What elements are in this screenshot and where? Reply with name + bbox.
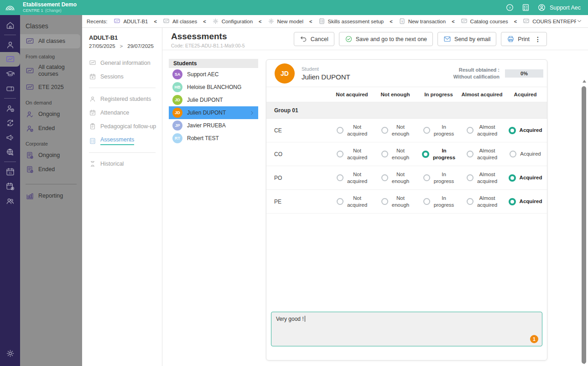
sidebar-item-all-classes[interactable]: All classes — [20, 34, 80, 48]
scrollbar-down-arrow[interactable] — [583, 361, 586, 364]
nav-item-grad-cap-icon[interactable] — [0, 67, 20, 81]
student-row[interactable]: JPJavier PRUEBA — [169, 119, 258, 132]
sidebar-item-ended[interactable]: Ended — [20, 162, 82, 177]
radio-button[interactable] — [423, 198, 430, 205]
recent-item[interactable]: $New transaction — [399, 18, 446, 25]
scrollbar-up-arrow[interactable] — [583, 80, 586, 83]
radio-button[interactable] — [509, 127, 516, 134]
radio-button[interactable] — [337, 198, 343, 205]
radio-option[interactable]: Inprogress — [417, 147, 460, 161]
radio-option[interactable]: Notenough — [374, 124, 417, 137]
nav-item-globe-cursor-icon[interactable] — [0, 145, 20, 159]
student-row[interactable]: JDJulie DUPONT — [169, 94, 258, 106]
radio-option[interactable]: Acquired — [504, 151, 547, 157]
radio-option[interactable]: Notacquired — [330, 124, 374, 137]
radio-button[interactable] — [337, 127, 343, 134]
nav-item-home-icon[interactable] — [0, 18, 20, 32]
radio-button[interactable] — [422, 151, 429, 158]
nav-item-ticket-icon[interactable] — [0, 81, 20, 96]
nav-bottom — [0, 346, 20, 361]
recent-item[interactable]: New model — [268, 18, 304, 25]
radio-option[interactable]: Notacquired — [330, 195, 374, 209]
radio-button[interactable] — [381, 151, 388, 157]
recent-item[interactable]: Skills assessment setup — [318, 18, 384, 25]
radio-option[interactable]: Almostacquired — [460, 147, 504, 161]
question-circle-icon[interactable]: ? — [505, 3, 514, 12]
app-logo[interactable] — [0, 2, 20, 13]
nav-item-calendar-gear-icon[interactable] — [0, 179, 20, 193]
print-button[interactable]: Print⋮ — [501, 32, 547, 46]
send-by-email-button[interactable]: Send by email — [437, 32, 496, 46]
radio-option[interactable]: Inprogress — [417, 195, 460, 209]
radio-button[interactable] — [381, 174, 388, 181]
radio-option[interactable]: Inprogress — [417, 171, 460, 185]
nav-item-megaphone-icon[interactable] — [0, 130, 20, 145]
sidebar-item-all-catalog-courses[interactable]: All catalog courses — [20, 61, 82, 80]
radio-button[interactable] — [467, 174, 474, 181]
course-menu-item-registered-students[interactable]: Registered students — [89, 92, 162, 106]
radio-option[interactable]: Notenough — [374, 195, 417, 209]
radio-option[interactable]: Almostacquired — [460, 171, 504, 185]
radio-option[interactable]: Notacquired — [330, 147, 374, 161]
course-menu-item-historical[interactable]: Historical — [89, 157, 162, 171]
course-menu-item-general-information[interactable]: General information — [89, 56, 162, 70]
radio-button[interactable] — [381, 198, 388, 205]
scrollbar-thumb[interactable] — [582, 86, 586, 364]
radio-option[interactable]: Notacquired — [330, 171, 374, 185]
recents-expand-button[interactable] — [576, 18, 583, 25]
course-menu-item-assessments[interactable]: Assessments — [89, 133, 162, 148]
radio-button[interactable] — [337, 151, 343, 157]
sidebar-item-ete-2025[interactable]: ETE 2025 — [20, 80, 82, 94]
radio-button[interactable] — [467, 151, 474, 157]
radio-button[interactable] — [510, 151, 516, 157]
course-menu-item-pedagogical-follow-up[interactable]: Pedagogical follow-up — [89, 120, 162, 133]
classes-divider — [26, 184, 77, 184]
radio-button[interactable] — [509, 174, 516, 182]
student-row[interactable]: RTRobert TEST — [169, 132, 258, 145]
nav-item-chart-board-icon[interactable] — [0, 52, 20, 67]
radio-option[interactable]: Acquired — [504, 174, 547, 182]
sidebar-item-ongoing[interactable]: Ongoing — [20, 148, 82, 162]
radio-button[interactable] — [509, 198, 516, 205]
radio-option[interactable]: Notenough — [374, 147, 417, 161]
recent-item[interactable]: All classes — [163, 18, 197, 25]
doc-dollar-icon: $ — [399, 18, 406, 25]
nav-item-calendar-31-icon[interactable]: 31 — [0, 164, 20, 179]
course-menu-item-sessions[interactable]: Sessions — [89, 70, 162, 84]
change-center-link[interactable]: (Change) — [45, 8, 61, 13]
radio-button[interactable] — [381, 127, 388, 134]
recent-item[interactable]: COURS ENTREPRISE TEST — [523, 18, 576, 25]
radio-button[interactable] — [423, 127, 430, 134]
radio-option[interactable]: Acquired — [504, 198, 547, 205]
recent-item[interactable]: Catalog courses — [461, 18, 508, 25]
more-options-icon[interactable]: ⋮ — [535, 36, 541, 43]
nav-item-gear-icon[interactable] — [0, 346, 20, 361]
nav-item-person-coin-icon[interactable] — [0, 101, 20, 115]
radio-option[interactable]: Acquired — [504, 127, 547, 134]
radio-option[interactable]: Almostacquired — [460, 124, 504, 137]
radio-button[interactable] — [423, 174, 430, 181]
radio-option[interactable]: Inprogress — [417, 124, 460, 137]
cancel-button[interactable]: Cancel — [294, 32, 334, 46]
nav-item-people-icon[interactable] — [0, 193, 20, 208]
save-and-go-to-the-next-one-button[interactable]: Save and go to the next one — [339, 32, 433, 46]
recent-item[interactable]: Configuration — [212, 18, 253, 25]
user-menu[interactable]: Support Aec — [537, 3, 581, 12]
radio-button[interactable] — [467, 127, 474, 134]
sidebar-item-ended[interactable]: Ended — [20, 121, 82, 136]
checklist-icon[interactable] — [521, 3, 530, 12]
radio-button[interactable] — [467, 198, 474, 205]
radio-option[interactable]: Almostacquired — [460, 195, 504, 209]
sidebar-item-reporting[interactable]: Reporting — [20, 189, 82, 203]
radio-option[interactable]: Notenough — [374, 171, 417, 185]
sidebar-item-ongoing[interactable]: Ongoing — [20, 107, 82, 121]
course-menu-item-attendance[interactable]: Attendance — [89, 106, 162, 120]
student-row[interactable]: HBHeloise BLANCHONG — [169, 81, 258, 94]
radio-button[interactable] — [337, 174, 343, 181]
nav-item-person-icon[interactable] — [0, 37, 20, 52]
student-row[interactable]: JDJulien DUPONT — [169, 106, 258, 119]
student-row[interactable]: SASupport AEC — [169, 68, 258, 81]
comment-input[interactable]: Very good ! 1 — [271, 312, 542, 346]
recent-item[interactable]: ADULT-B1 — [114, 18, 148, 25]
nav-item-money-cycle-icon[interactable] — [0, 115, 20, 130]
